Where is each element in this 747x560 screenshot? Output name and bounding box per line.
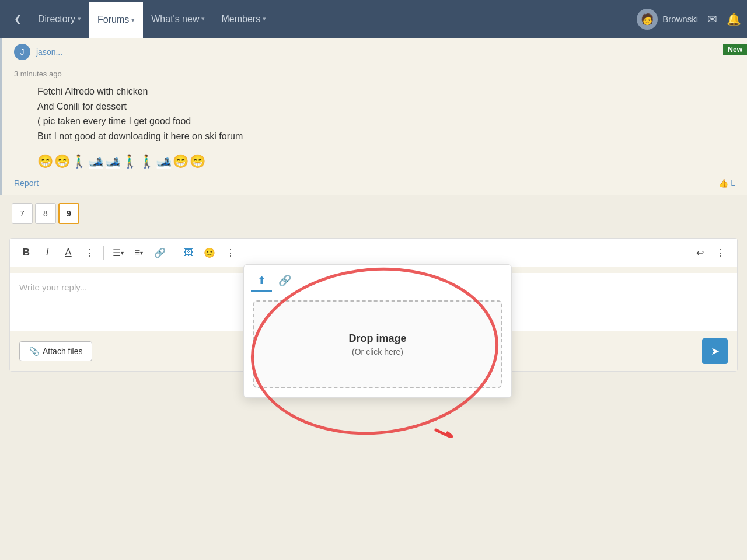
italic-button[interactable]: I [38,243,57,262]
directory-chevron-icon: ▾ [78,15,81,23]
align-button[interactable]: ≡ ▾ [130,243,148,262]
reply-editor: B I A ⋮ ☰ ▾ ≡ ▾ 🔗 🖼 🙂 ⋮ ↩ ⋮ [9,238,738,372]
send-icon: ➤ [711,345,720,358]
link-icon: 🔗 [278,274,291,287]
nav-directory-label: Directory [38,14,75,24]
avatar: 🧑 [637,9,658,30]
nav-whatsnew-label: What's new [151,14,199,24]
list-button[interactable]: ☰ ▾ [109,243,127,262]
post-avatar: J [14,44,30,60]
emoji-button[interactable]: 🙂 [200,243,219,262]
post-emojis: 😁😁🚶‍♂️🎿🎿🚶‍♂️🚶‍♂️🎿😁😁 [2,149,747,174]
page-8-button[interactable]: 8 [35,203,56,224]
paperclip-icon: 📎 [29,346,39,356]
chevron-left-icon: ❮ [14,13,22,24]
drop-zone[interactable]: Drop image (Or click here) [253,300,502,388]
link-tab[interactable]: 🔗 [274,271,295,292]
like-button[interactable]: 👍 L [718,178,735,188]
drop-zone-title: Drop image [348,332,406,345]
members-chevron-icon: ▾ [263,15,266,23]
forums-chevron-icon: ▾ [131,16,135,24]
nav-item-directory[interactable]: Directory ▾ [30,0,89,38]
report-link[interactable]: Report [14,178,39,188]
image-popup: ⬆ 🔗 Drop image (Or click here) [243,264,512,398]
undo-button[interactable]: ↩ [690,243,709,262]
editor-placeholder: Write your reply... [19,282,87,292]
image-button[interactable]: 🖼 [179,243,198,262]
whatsnew-chevron-icon: ▾ [201,15,205,23]
post-line-3: ( pic taken every time I get good food [37,114,724,129]
page-9-button[interactable]: 9 [58,203,79,224]
post-line-4: But I not good at downloading it here on… [37,129,724,144]
submit-button[interactable]: ➤ [702,338,728,364]
image-popup-tabs: ⬆ 🔗 [244,265,511,292]
bell-icon[interactable]: 🔔 [727,12,741,26]
more-text-button[interactable]: ⋮ [80,243,99,262]
toolbar-right: ↩ ⋮ [690,243,730,262]
nav-members-label: Members [221,14,260,24]
more2-button[interactable]: ⋮ [711,243,730,262]
nav-item-home[interactable]: ❮ [6,0,30,38]
more-button[interactable]: ⋮ [221,243,240,262]
link-button[interactable]: 🔗 [151,243,169,262]
font-button[interactable]: A [59,243,78,262]
post-body: Fetchi Alfredo with chicken And Conili f… [2,78,747,149]
mail-icon[interactable]: ✉ [707,12,717,26]
editor-toolbar: B I A ⋮ ☰ ▾ ≡ ▾ 🔗 🖼 🙂 ⋮ ↩ ⋮ [10,239,737,267]
post-actions: Report 👍 L [2,174,747,195]
navbar-right: 🧑 Brownski ✉ 🔔 [637,9,741,30]
upload-tab[interactable]: ⬆ [251,271,272,292]
toolbar-sep-1 [103,246,104,260]
attach-label: Attach files [43,346,82,356]
post-line-2: And Conili for dessert [37,99,724,114]
username: Brownski [662,14,698,24]
main-content: J jason... 3 minutes ago New Fetchi Alfr… [0,38,747,372]
nav-item-whatsnew[interactable]: What's new ▾ [143,0,213,38]
nav-item-members[interactable]: Members ▾ [213,0,274,38]
post-username[interactable]: jason... [36,47,62,57]
new-badge: New [723,44,747,55]
upload-icon: ⬆ [257,274,266,287]
post-line-1: Fetchi Alfredo with chicken [37,84,724,99]
toolbar-sep-2 [174,246,174,260]
pagination: 7 8 9 [0,195,747,232]
bold-button[interactable]: B [17,243,36,262]
page-7-button[interactable]: 7 [12,203,33,224]
drop-zone-subtitle: (Or click here) [352,347,403,356]
post-block: J jason... 3 minutes ago New Fetchi Alfr… [0,38,747,195]
user-menu[interactable]: 🧑 Brownski [637,9,698,30]
nav-item-forums[interactable]: Forums ▾ [89,0,143,38]
post-header: J jason... [2,38,747,64]
post-timestamp: 3 minutes ago [2,64,747,78]
attach-files-button[interactable]: 📎 Attach files [19,341,92,361]
navbar: ❮ Directory ▾ Forums ▾ What's new ▾ Memb… [0,0,747,38]
nav-forums-label: Forums [97,15,129,25]
